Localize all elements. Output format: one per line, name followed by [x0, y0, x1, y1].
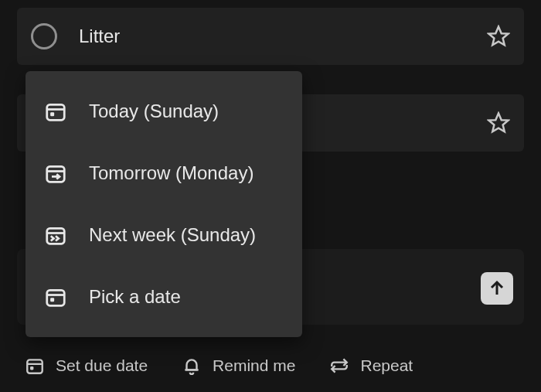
task-title: Litter [79, 26, 120, 47]
set-due-date-label: Set due date [56, 356, 148, 375]
svg-rect-2 [47, 104, 65, 120]
repeat-button[interactable]: Repeat [329, 356, 413, 376]
popup-item-tomorrow[interactable]: Tomorrow (Monday) [26, 142, 302, 204]
svg-rect-9 [47, 290, 65, 305]
submit-button[interactable] [481, 272, 513, 305]
task-complete-circle[interactable] [31, 23, 57, 49]
repeat-icon [329, 356, 349, 376]
remind-me-label: Remind me [213, 356, 295, 375]
popup-item-label: Pick a date [89, 286, 181, 308]
calendar-nextweek-icon [44, 223, 67, 247]
arrow-up-icon [488, 279, 506, 298]
svg-rect-14 [30, 366, 33, 370]
svg-rect-11 [50, 298, 54, 302]
popup-item-label: Tomorrow (Monday) [89, 162, 253, 184]
repeat-label: Repeat [360, 356, 413, 375]
calendar-icon [25, 356, 45, 376]
popup-item-nextweek[interactable]: Next week (Sunday) [26, 204, 302, 266]
popup-item-pickdate[interactable]: Pick a date [26, 266, 302, 328]
svg-rect-12 [27, 360, 43, 373]
svg-rect-4 [50, 112, 54, 116]
popup-item-label: Next week (Sunday) [89, 224, 256, 246]
bottom-actions: Set due date Remind me Repeat [0, 339, 541, 392]
svg-marker-0 [489, 27, 509, 46]
svg-marker-1 [489, 114, 509, 132]
bell-icon [182, 356, 202, 376]
calendar-pick-icon [44, 285, 67, 308]
calendar-tomorrow-icon [44, 162, 67, 185]
task-row[interactable]: Litter [17, 8, 524, 65]
set-due-date-button[interactable]: Set due date [25, 356, 148, 376]
popup-item-today[interactable]: Today (Sunday) [26, 80, 302, 142]
star-icon[interactable] [487, 25, 510, 48]
svg-rect-5 [47, 166, 65, 182]
due-date-popup: Today (Sunday) Tomorrow (Monday) Next we… [26, 71, 302, 337]
calendar-today-icon [44, 100, 67, 123]
star-icon[interactable] [487, 111, 510, 135]
remind-me-button[interactable]: Remind me [182, 356, 295, 376]
popup-item-label: Today (Sunday) [89, 101, 219, 122]
